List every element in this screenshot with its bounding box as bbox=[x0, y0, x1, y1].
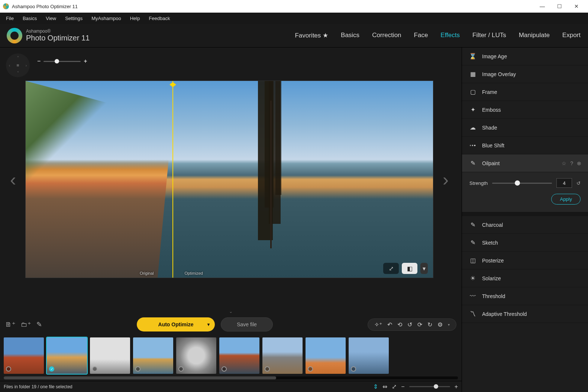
brush-icon: ✎ bbox=[469, 160, 477, 167]
thumbnail[interactable] bbox=[176, 337, 216, 374]
menu-view[interactable]: View bbox=[41, 13, 61, 23]
effect-adaptive-threshold[interactable]: 〽Adaptive Threshold bbox=[462, 305, 588, 323]
overlay-icon: ▦ bbox=[469, 71, 477, 78]
app-logo: Ashampoo® Photo Optimizer 11 bbox=[7, 28, 90, 43]
strength-slider[interactable] bbox=[492, 183, 552, 184]
compare-mode-button[interactable]: ◧ bbox=[402, 263, 417, 274]
settings-gear-icon[interactable]: ⚙ bbox=[436, 321, 444, 328]
rotate-left-icon[interactable]: ↺ bbox=[406, 321, 413, 328]
zoom-in-btn[interactable]: + bbox=[455, 383, 458, 390]
app-icon bbox=[3, 3, 9, 9]
menu-file[interactable]: File bbox=[1, 13, 18, 23]
sun-icon: ☀ bbox=[469, 275, 477, 282]
effect-image-age[interactable]: ⌛Image Age bbox=[462, 48, 588, 65]
auto-optimize-button[interactable]: Auto Optimize bbox=[137, 317, 215, 331]
apply-button[interactable]: Apply bbox=[551, 194, 581, 205]
tab-favorites[interactable]: Favorites ★ bbox=[294, 30, 329, 41]
pencil-icon: ✎ bbox=[469, 221, 477, 228]
effect-shade[interactable]: ☁Shade bbox=[462, 119, 588, 137]
tab-export[interactable]: Export bbox=[562, 30, 581, 41]
fit-horizontal-icon[interactable]: ⇔ bbox=[382, 383, 387, 390]
undo-icon[interactable]: ↶ bbox=[386, 321, 393, 328]
compare-mode-dropdown[interactable]: ▾ bbox=[420, 263, 428, 274]
compare-divider[interactable] bbox=[172, 81, 173, 278]
tab-face[interactable]: Face bbox=[413, 30, 429, 41]
close-effect-icon[interactable]: ⊗ bbox=[577, 160, 581, 166]
save-file-button[interactable]: Save file bbox=[221, 317, 273, 331]
strength-value[interactable]: 4 bbox=[556, 178, 572, 188]
image-canvas[interactable]: Original Optimized ⤢ ◧ ▾ bbox=[25, 81, 433, 278]
rotate-right-icon[interactable]: ↻ bbox=[426, 321, 433, 328]
window-title: Ashampoo Photo Optimizer 11 bbox=[12, 4, 534, 9]
effect-solarize[interactable]: ☀Solarize bbox=[462, 270, 588, 287]
thumbnail[interactable] bbox=[262, 337, 303, 374]
thumbnail-scrollbar[interactable] bbox=[4, 376, 458, 379]
emboss-icon: ✦ bbox=[469, 106, 477, 113]
compare-label-optimized: Optimized bbox=[184, 271, 203, 275]
thumbnail[interactable] bbox=[219, 337, 259, 374]
logo-product: Photo Optimizer 11 bbox=[26, 34, 90, 42]
undo-all-icon[interactable]: ⟲ bbox=[396, 321, 403, 328]
add-folder-icon[interactable]: 🗀⁺ bbox=[21, 320, 31, 329]
effect-emboss[interactable]: ✦Emboss bbox=[462, 101, 588, 119]
effect-threshold[interactable]: 〰Threshold bbox=[462, 287, 588, 305]
thumbnail[interactable] bbox=[47, 337, 87, 374]
thumb-size-slider[interactable] bbox=[409, 386, 450, 387]
close-button[interactable]: ✕ bbox=[568, 1, 585, 12]
tab-manipulate[interactable]: Manipulate bbox=[518, 30, 550, 41]
effect-sketch[interactable]: ✎Sketch bbox=[462, 234, 588, 252]
prev-image-button[interactable]: ‹ bbox=[4, 169, 22, 190]
menubar: File Basics View Settings MyAshampoo Hel… bbox=[0, 13, 588, 24]
minimize-button[interactable]: — bbox=[534, 1, 551, 12]
menu-basics[interactable]: Basics bbox=[18, 13, 41, 23]
fullscreen-button[interactable]: ⤢ bbox=[383, 263, 399, 274]
tools-dropdown-icon[interactable]: ▾ bbox=[447, 323, 451, 327]
magic-wand-icon[interactable]: ✧⁺ bbox=[373, 321, 383, 328]
zoom-in-icon[interactable]: + bbox=[84, 58, 87, 65]
effect-image-overlay[interactable]: ▦Image Overlay bbox=[462, 65, 588, 83]
next-image-button[interactable]: › bbox=[437, 169, 454, 190]
pan-pad[interactable]: ˄ ˅ ‹ › • bbox=[6, 53, 30, 77]
effect-frame[interactable]: ▢Frame bbox=[462, 83, 588, 101]
favorite-star-icon[interactable]: ☆ bbox=[562, 160, 566, 166]
thumbnail-strip bbox=[0, 335, 462, 376]
logo-brand: Ashampoo® bbox=[26, 29, 90, 34]
help-icon[interactable]: ? bbox=[570, 160, 573, 166]
tab-correction[interactable]: Correction bbox=[371, 30, 402, 41]
logo-icon bbox=[7, 28, 22, 43]
effect-posterize[interactable]: ◫Posterize bbox=[462, 252, 588, 270]
menu-settings[interactable]: Settings bbox=[61, 13, 87, 23]
zoom-slider[interactable]: − + bbox=[37, 58, 87, 65]
rotate-reset-icon[interactable]: ⟳ bbox=[416, 321, 423, 328]
thumbnail[interactable] bbox=[349, 337, 389, 374]
frame-icon: ▢ bbox=[469, 88, 477, 95]
status-text: Files in folder 19 / one file selected bbox=[4, 384, 72, 389]
effect-charcoal[interactable]: ✎Charcoal bbox=[462, 216, 588, 234]
strength-label: Strength bbox=[469, 180, 488, 186]
tab-basics[interactable]: Basics bbox=[340, 30, 360, 41]
compare-label-original: Original bbox=[140, 271, 154, 275]
fit-vertical-icon[interactable]: ⇕ bbox=[373, 383, 378, 390]
thumbnail[interactable] bbox=[133, 337, 173, 374]
menu-myashampoo[interactable]: MyAshampoo bbox=[87, 13, 125, 23]
wave-icon: 〽 bbox=[469, 311, 477, 317]
thumbnail[interactable] bbox=[4, 337, 44, 374]
thumbnail[interactable] bbox=[306, 337, 346, 374]
tab-filter-luts[interactable]: Filter / LUTs bbox=[472, 30, 507, 41]
fit-screen-icon[interactable]: ⤢ bbox=[392, 383, 397, 390]
posterize-icon: ◫ bbox=[469, 257, 477, 264]
thumbnail[interactable] bbox=[90, 337, 130, 374]
tag-icon[interactable]: ✎ bbox=[36, 320, 42, 329]
add-file-icon[interactable]: 🗎⁺ bbox=[5, 320, 16, 329]
reset-icon[interactable]: ↺ bbox=[576, 180, 581, 186]
effect-oilpaint[interactable]: ✎ Oilpaint ☆ ? ⊗ bbox=[462, 154, 588, 172]
tab-effects[interactable]: Effects bbox=[440, 30, 461, 41]
maximize-button[interactable]: ☐ bbox=[551, 1, 568, 12]
menu-help[interactable]: Help bbox=[126, 13, 145, 23]
main-tabs: Favorites ★ Basics Correction Face Effec… bbox=[294, 30, 581, 41]
zoom-out-icon[interactable]: − bbox=[37, 58, 41, 65]
zoom-out-btn[interactable]: − bbox=[401, 383, 404, 390]
menu-feedback[interactable]: Feedback bbox=[144, 13, 174, 23]
dots-icon: ●●● bbox=[469, 144, 477, 147]
effect-blue-shift[interactable]: ●●●Blue Shift bbox=[462, 137, 588, 154]
